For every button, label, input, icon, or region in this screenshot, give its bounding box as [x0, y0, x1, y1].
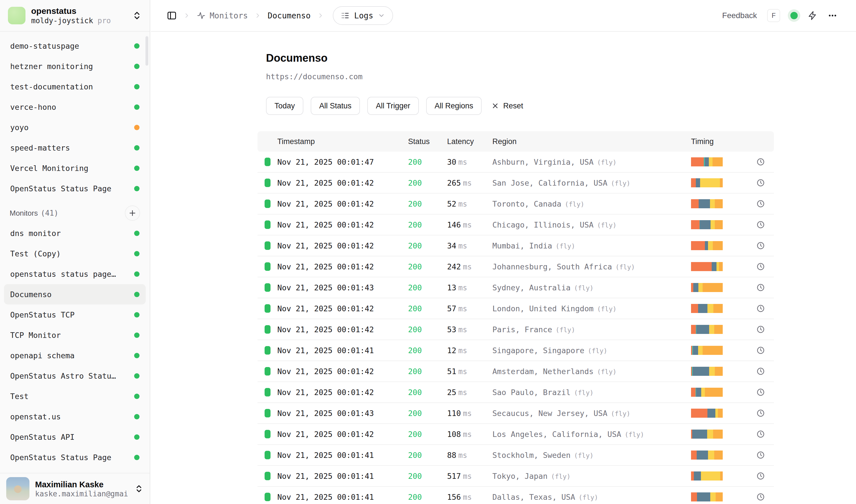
- clock-icon[interactable]: [756, 472, 774, 480]
- view-switcher-logs[interactable]: Logs: [333, 6, 393, 25]
- log-row[interactable]: Nov 21, 2025 00:01:4220052msToronto, Can…: [257, 194, 774, 215]
- clock-icon[interactable]: [756, 388, 774, 396]
- timing-bar: [691, 346, 723, 355]
- log-row[interactable]: Nov 21, 2025 00:01:4220025msSao Paulo, B…: [257, 382, 774, 403]
- region-cell: San Jose, California, USA(fly): [493, 179, 691, 187]
- breadcrumb-documenso[interactable]: Documenso: [268, 11, 311, 20]
- clock-icon[interactable]: [756, 367, 774, 376]
- sidebar-item-test-documentation[interactable]: test-documentation: [4, 76, 146, 97]
- latency-value: 53: [447, 325, 457, 334]
- more-options-icon[interactable]: [828, 11, 837, 20]
- add-monitor-button[interactable]: [125, 205, 140, 221]
- clock-icon[interactable]: [756, 220, 774, 229]
- timestamp-cell: Nov 21, 2025 00:01:47: [277, 158, 408, 166]
- breadcrumb-monitors[interactable]: Monitors: [197, 11, 248, 20]
- clock-icon[interactable]: [756, 430, 774, 438]
- latency-cell: 12ms: [447, 346, 493, 355]
- status-code-cell: 200: [408, 430, 447, 439]
- log-row[interactable]: Nov 21, 2025 00:01:4220051msAmsterdam, N…: [257, 361, 774, 382]
- team-avatar: [8, 7, 25, 24]
- log-row[interactable]: Nov 21, 2025 00:01:42200108msLos Angeles…: [257, 424, 774, 445]
- sidebar-item-label: speed-matters: [10, 143, 130, 152]
- timing-segment-transfer: [705, 388, 723, 397]
- clock-icon[interactable]: [756, 409, 774, 417]
- sidebar-item-hetzner-monitoring[interactable]: hetzner monitoring: [4, 56, 146, 76]
- log-row[interactable]: Nov 21, 2025 00:01:4720030msAshburn, Vir…: [257, 152, 774, 173]
- timestamp-cell: Nov 21, 2025 00:01:42: [277, 199, 408, 208]
- sidebar-item-openapi-schema[interactable]: openapi schema: [4, 345, 146, 366]
- filter-today[interactable]: Today: [266, 97, 303, 115]
- sidebar-item-openstatus-status-page[interactable]: OpenStatus Status Page: [4, 178, 146, 199]
- status-indicator: [265, 472, 270, 480]
- status-code-cell: 200: [408, 346, 447, 355]
- status-dot: [134, 125, 140, 130]
- sidebar-item-openstat-us[interactable]: openstat.us: [4, 407, 146, 427]
- zap-icon[interactable]: [808, 11, 818, 20]
- latency-value: 88: [447, 451, 457, 460]
- filter-all-status[interactable]: All Status: [311, 97, 360, 115]
- sidebar-item-label: openstatus status page…: [10, 270, 130, 278]
- status-dot: [134, 64, 140, 69]
- sidebar-item-openstatus-status-page[interactable]: openstatus status page…: [4, 264, 146, 284]
- chevrons-up-down-icon[interactable]: [135, 484, 143, 493]
- reset-filters-button[interactable]: Reset: [491, 102, 523, 110]
- log-row[interactable]: Nov 21, 2025 00:01:4320013msSydney, Aust…: [257, 277, 774, 298]
- sidebar-item-openstatus-status-page[interactable]: OpenStatus Status Page: [4, 447, 146, 468]
- sidebar-item-vercel-monitoring[interactable]: Vercel Monitoring: [4, 158, 146, 178]
- feedback-button[interactable]: Feedback: [722, 11, 757, 20]
- timing-segment-tls: [696, 178, 700, 187]
- clock-icon[interactable]: [756, 304, 774, 313]
- sidebar-item-demo-statuspage[interactable]: demo-statuspage: [4, 36, 146, 56]
- clock-icon[interactable]: [756, 199, 774, 208]
- clock-icon[interactable]: [756, 158, 774, 166]
- clock-icon[interactable]: [756, 451, 774, 459]
- log-row[interactable]: Nov 21, 2025 00:01:4220034msMumbai, Indi…: [257, 235, 774, 256]
- user-menu[interactable]: Maximilian Kaske kaske.maximilian@gmail…: [0, 473, 150, 504]
- clock-icon[interactable]: [756, 179, 774, 187]
- sidebar-item-yoyo[interactable]: yoyo: [4, 117, 146, 138]
- sidebar-scrollbar[interactable]: [145, 36, 148, 66]
- timing-segment-tls: [705, 157, 709, 166]
- sidebar-item-openstatus-astro-statu[interactable]: OpenStatus Astro Statu…: [4, 366, 146, 386]
- log-row[interactable]: Nov 21, 2025 00:01:4220057msLondon, Unit…: [257, 298, 774, 319]
- clock-icon[interactable]: [756, 346, 774, 355]
- sidebar-item-test-copy[interactable]: Test (Copy): [4, 244, 146, 264]
- breadcrumb-separator-icon: [254, 12, 262, 19]
- sidebar-item-label: yoyo: [10, 123, 130, 132]
- clock-icon[interactable]: [756, 493, 774, 501]
- sidebar-item-documenso[interactable]: Documenso: [4, 284, 146, 305]
- timing-segment-transfer: [714, 451, 723, 460]
- status-code-cell: 200: [408, 304, 447, 313]
- log-row[interactable]: Nov 21, 2025 00:01:4120012msSingapore, S…: [257, 340, 774, 361]
- log-row[interactable]: Nov 21, 2025 00:01:42200146msChicago, Il…: [257, 215, 774, 235]
- log-row[interactable]: Nov 21, 2025 00:01:4120088msStockholm, S…: [257, 445, 774, 466]
- log-row[interactable]: Nov 21, 2025 00:01:42200242msJohannesbur…: [257, 256, 774, 277]
- log-row[interactable]: Nov 21, 2025 00:01:4220053msParis, Franc…: [257, 319, 774, 340]
- clock-icon[interactable]: [756, 325, 774, 334]
- sidebar-item-verce-hono[interactable]: verce-hono: [4, 97, 146, 117]
- log-row[interactable]: Nov 21, 2025 00:01:42200265msSan Jose, C…: [257, 173, 774, 194]
- timestamp-cell: Nov 21, 2025 00:01:42: [277, 220, 408, 229]
- clock-icon[interactable]: [756, 262, 774, 271]
- sidebar-item-label: dns monitor: [10, 229, 130, 238]
- clock-icon[interactable]: [756, 283, 774, 292]
- sidebar-item-openstatus-tcp[interactable]: OpenStatus TCP: [4, 305, 146, 325]
- chevrons-up-down-icon[interactable]: [132, 11, 142, 20]
- logs-table-body: Nov 21, 2025 00:01:4720030msAshburn, Vir…: [257, 152, 774, 504]
- sidebar-item-test[interactable]: Test: [4, 386, 146, 407]
- col-status: Status: [408, 137, 447, 146]
- team-switcher[interactable]: openstatus moldy-joystick pro: [0, 0, 150, 32]
- sidebar-item-openstatus-api[interactable]: OpenStatus API: [4, 427, 146, 447]
- sidebar-item-dns-monitor[interactable]: dns monitor: [4, 223, 146, 244]
- user-name: Maximilian Kaske: [35, 480, 129, 490]
- log-row[interactable]: Nov 21, 2025 00:01:43200110msSecaucus, N…: [257, 403, 774, 424]
- sidebar-toggle-icon[interactable]: [167, 11, 177, 21]
- clock-icon[interactable]: [756, 241, 774, 250]
- filter-all-trigger[interactable]: All Trigger: [367, 97, 419, 115]
- system-status-indicator[interactable]: [790, 12, 798, 19]
- filter-all-regions[interactable]: All Regions: [426, 97, 482, 115]
- log-row[interactable]: Nov 21, 2025 00:01:41200517msTokyo, Japa…: [257, 466, 774, 487]
- sidebar-item-tcp-monitor[interactable]: TCP Monitor: [4, 325, 146, 345]
- sidebar-item-speed-matters[interactable]: speed-matters: [4, 138, 146, 158]
- log-row[interactable]: Nov 21, 2025 00:01:41200156msDallas, Tex…: [257, 487, 774, 504]
